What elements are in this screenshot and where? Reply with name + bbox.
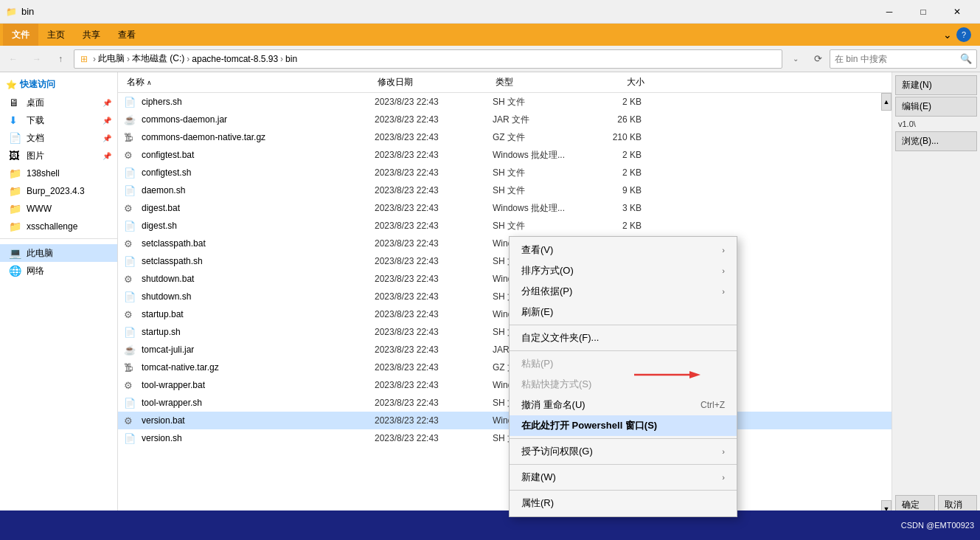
list-item[interactable]: 📄 tool-wrapper.sh 2023/8/23 22:43 SH 文件 … <box>118 394 892 412</box>
sidebar-item-documents[interactable]: 📄 文档 📌 <box>0 129 117 147</box>
new-button[interactable]: 新建(N) <box>895 75 977 95</box>
computer-icon: 💻 <box>9 247 22 259</box>
file-date: 2023/8/23 22:43 <box>375 415 493 426</box>
path-tomcat[interactable]: apache-tomcat-8.5.93 <box>192 54 278 64</box>
context-menu-item[interactable]: 在此处打开 Powershell 窗口(S) <box>510 415 737 436</box>
menu-bar: 文件 主页 共享 查看 ⌄ ? <box>0 24 980 46</box>
close-button[interactable]: ✕ <box>940 0 974 24</box>
file-size: 2 KB <box>588 97 647 107</box>
sidebar-item-pictures[interactable]: 🖼 图片 📌 <box>0 147 117 165</box>
back-button[interactable]: ← <box>3 49 24 69</box>
forward-button[interactable]: → <box>27 49 47 69</box>
file-type: SH 文件 <box>493 220 588 232</box>
sidebar-item-downloads[interactable]: ⬇ 下载 📌 <box>0 111 117 129</box>
ctx-item-label: 授予访问权限(G) <box>521 445 593 458</box>
bat-file-icon: ⚙ <box>124 203 137 214</box>
taskbar-brand: CSDN @EMT00923 <box>901 521 974 530</box>
file-date: 2023/8/23 22:43 <box>375 185 493 195</box>
home-icon: ⊞ <box>80 54 88 64</box>
list-item[interactable]: 📄 daemon.sh 2023/8/23 22:43 SH 文件 9 KB <box>118 181 892 199</box>
context-menu-item[interactable]: 自定义文件夹(F)... <box>510 328 737 348</box>
list-item[interactable]: ☕ tomcat-juli.jar 2023/8/23 22:43 JAR 文件… <box>118 341 892 359</box>
sh-file-icon: 📄 <box>124 256 137 267</box>
col-header-name[interactable]: 名称 ∧ <box>124 72 375 92</box>
context-menu-item[interactable]: 属性(R) <box>510 493 737 513</box>
pin-icon-2: 📌 <box>102 117 111 125</box>
context-menu-item[interactable]: 刷新(E) <box>510 302 737 322</box>
path-drive[interactable]: 本地磁盘 (C:) <box>132 52 184 65</box>
list-item[interactable]: 🗜 tomcat-native.tar.gz 2023/8/23 22:43 G… <box>118 359 892 376</box>
file-size: 3 KB <box>588 203 647 213</box>
file-date: 2023/8/23 22:43 <box>375 221 493 231</box>
list-item[interactable]: 📄 configtest.sh 2023/8/23 22:43 SH 文件 2 … <box>118 164 892 181</box>
list-item[interactable]: 📄 setclasspath.sh 2023/8/23 22:43 SH 文件 … <box>118 252 892 270</box>
context-menu-separator <box>510 490 737 491</box>
submenu-arrow-icon: › <box>722 246 725 255</box>
list-item[interactable]: ⚙ setclasspath.bat 2023/8/23 22:43 Windo… <box>118 235 892 252</box>
pin-icon-3: 📌 <box>102 134 111 142</box>
list-item[interactable]: ⚙ shutdown.bat 2023/8/23 22:43 Windows 批… <box>118 270 892 288</box>
list-item[interactable]: 📄 ciphers.sh 2023/8/23 22:43 SH 文件 2 KB <box>118 93 892 111</box>
col-header-date[interactable]: 修改日期 <box>375 72 493 92</box>
file-date: 2023/8/23 22:43 <box>375 167 493 178</box>
list-item[interactable]: 📄 shutdown.sh 2023/8/23 22:43 SH 文件 2 KB <box>118 288 892 305</box>
list-item[interactable]: ☕ commons-daemon.jar 2023/8/23 22:43 JAR… <box>118 111 892 128</box>
view-menu[interactable]: 查看 <box>109 24 145 46</box>
list-item[interactable]: ⚙ version.bat 2023/8/23 22:43 Windows 批处… <box>118 412 892 429</box>
address-path[interactable]: ⊞ › 此电脑 › 本地磁盘 (C:) › apache-tomcat-8.5.… <box>74 49 782 69</box>
quick-access-header[interactable]: ⭐ 快速访问 <box>0 75 117 94</box>
title-bar-icon: 📁 <box>6 7 17 17</box>
context-menu-separator <box>510 438 737 439</box>
context-menu-item[interactable]: 新建(W)› <box>510 467 737 488</box>
search-input[interactable] <box>835 54 960 64</box>
ctx-item-label: 属性(R) <box>521 496 554 510</box>
help-button[interactable]: ? <box>956 27 971 42</box>
bat-file-icon: ⚙ <box>124 415 137 426</box>
context-menu-item[interactable]: 查看(V)› <box>510 240 737 260</box>
browse-button[interactable]: 浏览(B)... <box>895 131 977 151</box>
dropdown-button[interactable]: ⌄ <box>785 49 806 69</box>
sidebar-item-www[interactable]: 📁 WWW <box>0 200 117 218</box>
sidebar-item-thispc[interactable]: 💻 此电脑 <box>0 244 117 262</box>
col-header-size[interactable]: 大小 <box>588 72 647 92</box>
context-menu-item[interactable]: 撤消 重命名(U)Ctrl+Z <box>510 395 737 415</box>
up-button[interactable]: ↑ <box>50 49 71 69</box>
context-menu-item[interactable]: 排序方式(O)› <box>510 260 737 281</box>
file-date: 2023/8/23 22:43 <box>375 114 493 125</box>
context-menu-item[interactable]: 分组依据(P)› <box>510 281 737 302</box>
ctx-item-label: 新建(W) <box>521 471 556 484</box>
title-bar: 📁 bin ─ □ ✕ <box>0 0 980 24</box>
list-item[interactable]: ⚙ tool-wrapper.bat 2023/8/23 22:43 Windo… <box>118 376 892 394</box>
context-menu-item[interactable]: 授予访问权限(G)› <box>510 441 737 462</box>
file-name: startup.bat <box>142 309 184 319</box>
home-menu[interactable]: 主页 <box>38 24 74 46</box>
maximize-button[interactable]: □ <box>906 0 940 24</box>
file-size: 2 KB <box>588 221 647 231</box>
list-item[interactable]: 📄 digest.sh 2023/8/23 22:43 SH 文件 2 KB <box>118 217 892 235</box>
scroll-up-btn[interactable]: ▲ <box>881 93 892 111</box>
list-item[interactable]: ⚙ configtest.bat 2023/8/23 22:43 Windows… <box>118 146 892 164</box>
list-item[interactable]: 🗜 commons-daemon-native.tar.gz 2023/8/23… <box>118 128 892 146</box>
file-type: GZ 文件 <box>493 131 588 144</box>
file-type: SH 文件 <box>493 96 588 108</box>
context-menu-separator <box>510 325 737 325</box>
list-item[interactable]: ⚙ startup.bat 2023/8/23 22:43 Windows 批处… <box>118 305 892 323</box>
sidebar-item-138shell[interactable]: 📁 138shell <box>0 165 117 182</box>
edit-button[interactable]: 编辑(E) <box>895 97 977 117</box>
share-menu[interactable]: 共享 <box>74 24 109 46</box>
file-date: 2023/8/23 22:43 <box>375 380 493 390</box>
file-menu[interactable]: 文件 <box>3 24 38 46</box>
list-item[interactable]: 📄 version.sh 2023/8/23 22:43 SH 文件 2 KB <box>118 429 892 447</box>
file-list-header: 名称 ∧ 修改日期 类型 大小 <box>118 72 892 93</box>
col-header-type[interactable]: 类型 <box>493 72 588 92</box>
sidebar-item-desktop[interactable]: 🖥 桌面 📌 <box>0 94 117 111</box>
sidebar-item-burp[interactable]: 📁 Burp_2023.4.3 <box>0 182 117 200</box>
sidebar-item-network[interactable]: 🌐 网络 <box>0 262 117 280</box>
sidebar-item-xsschallenge[interactable]: 📁 xsschallenge <box>0 218 117 235</box>
list-item[interactable]: 📄 startup.sh 2023/8/23 22:43 SH 文件 2 KB <box>118 323 892 341</box>
path-pc[interactable]: 此电脑 <box>98 52 125 65</box>
minimize-button[interactable]: ─ <box>872 0 906 24</box>
refresh-button[interactable]: ⟳ <box>809 49 827 69</box>
list-item[interactable]: ⚙ digest.bat 2023/8/23 22:43 Windows 批处理… <box>118 199 892 217</box>
file-rows-container: 📄 ciphers.sh 2023/8/23 22:43 SH 文件 2 KB … <box>118 93 892 447</box>
